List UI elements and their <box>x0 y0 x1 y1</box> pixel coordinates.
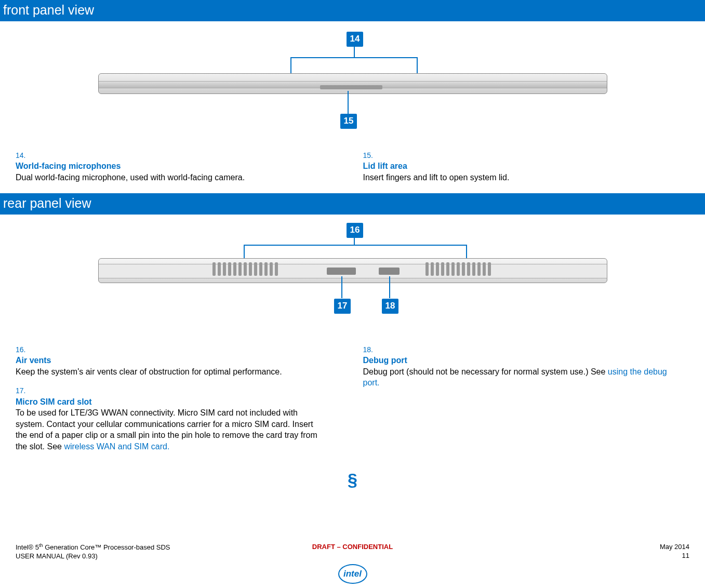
front-diagram-wrap: 14 15 <box>0 21 705 142</box>
callout-15: 15 <box>340 114 357 129</box>
rear-descriptions: 16. Air vents Keep the system's air vent… <box>0 330 705 463</box>
front-descriptions: 14. World-facing microphones Dual world-… <box>0 142 705 193</box>
item-18-title: Debug port <box>363 356 407 365</box>
item-15-desc: Insert fingers and lift to open system l… <box>363 173 510 182</box>
callout-16: 16 <box>347 223 364 238</box>
item-17-num: 17. <box>16 385 29 396</box>
footer-right: May 2014 11 <box>465 542 689 561</box>
footer-left: Intel® 5th Generation Core™ Processor-ba… <box>16 542 240 561</box>
footer-draft-confidential: DRAFT – CONFIDENTIAL <box>240 542 464 561</box>
item-16-title: Air vents <box>16 356 51 365</box>
item-16-desc: Keep the system's air vents clear of obs… <box>16 367 282 376</box>
item-17-title: Micro SIM card slot <box>16 397 92 406</box>
micro-sim-slot <box>327 268 356 275</box>
item-14-desc: Dual world-facing microphone, used with … <box>16 173 245 182</box>
item-14-num: 14. <box>16 150 29 161</box>
item-15: 15. Lid lift area Insert fingers and lif… <box>363 150 690 183</box>
item-15-title: Lid lift area <box>363 162 407 170</box>
rear-diagram-wrap: 16 17 18 <box>0 215 705 330</box>
item-14-title: World-facing microphones <box>16 162 121 170</box>
callout-17: 17 <box>334 299 351 314</box>
section-end-glyph: § <box>0 463 705 496</box>
lid-lift-notch <box>320 85 382 89</box>
section-title-rear: rear panel view <box>0 193 705 215</box>
intel-logo: intel <box>0 564 705 584</box>
item-18: 18. Debug port Debug port (should not be… <box>363 344 690 389</box>
item-18-num: 18. <box>363 344 377 355</box>
air-vents-right <box>425 262 491 276</box>
callout-18: 18 <box>382 299 399 314</box>
page-footer: Intel® 5th Generation Core™ Processor-ba… <box>0 542 705 584</box>
link-wwan-sim[interactable]: wireless WAN and SIM card. <box>64 442 169 451</box>
item-16: 16. Air vents Keep the system's air vent… <box>16 344 342 377</box>
item-17: 17. Micro SIM card slot To be used for L… <box>16 385 342 452</box>
section-title-front: front panel view <box>0 0 705 21</box>
rear-panel-diagram: 16 17 18 <box>98 222 607 326</box>
debug-port-slot <box>379 268 400 275</box>
item-15-num: 15. <box>363 150 377 161</box>
air-vents-left <box>212 262 278 276</box>
front-panel-diagram: 14 15 <box>98 29 607 138</box>
item-17-desc: To be used for LTE/3G WWAN connectivity.… <box>16 408 317 451</box>
callout-14: 14 <box>347 32 364 47</box>
item-16-num: 16. <box>16 344 29 355</box>
item-18-desc: Debug port (should not be necessary for … <box>363 367 667 387</box>
laptop-front-edge <box>98 73 607 94</box>
item-14: 14. World-facing microphones Dual world-… <box>16 150 342 183</box>
intel-logo-icon: intel <box>338 564 367 584</box>
